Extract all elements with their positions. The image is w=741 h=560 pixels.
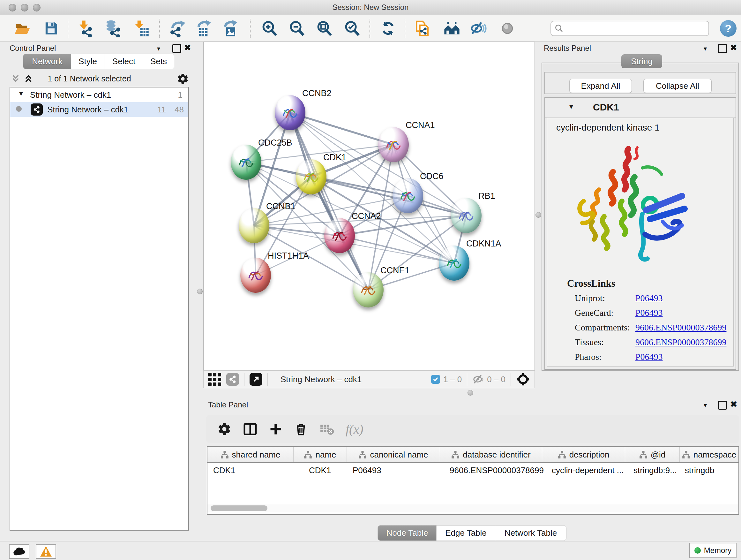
tab-node-table[interactable]: Node Table bbox=[378, 525, 437, 541]
export-network-icon[interactable] bbox=[169, 19, 186, 37]
birds-eye-view-icon[interactable] bbox=[516, 372, 530, 386]
selected-checkbox-icon[interactable] bbox=[431, 375, 440, 384]
network-node-CDK1[interactable] bbox=[296, 159, 327, 194]
gene-collapse-icon[interactable]: ▼ bbox=[568, 103, 575, 111]
string-badge-icon[interactable] bbox=[226, 373, 239, 386]
warnings-button[interactable] bbox=[36, 544, 56, 559]
network-canvas[interactable]: CCNB2CCNA1CDC25BCDK1CDC6RB1CCNB1CCNA2CDK… bbox=[203, 42, 535, 370]
network-row[interactable]: String Network – cdk1 11 48 bbox=[10, 102, 188, 117]
export-image-icon[interactable] bbox=[221, 19, 239, 37]
cell-database-identifier[interactable]: 9606.ENSP00000378699 bbox=[440, 463, 542, 478]
column-type-icon bbox=[639, 450, 648, 459]
scrollbar-thumb[interactable] bbox=[211, 505, 267, 511]
tab-sets[interactable]: Sets bbox=[143, 54, 174, 69]
show-panel-eye-icon[interactable] bbox=[498, 19, 516, 37]
cloud-status-button[interactable] bbox=[9, 544, 29, 559]
collapse-all-button[interactable]: Collapse All bbox=[643, 79, 712, 93]
import-database-icon[interactable] bbox=[104, 19, 122, 37]
column-header[interactable]: @id bbox=[625, 447, 680, 462]
table-panel-close-icon[interactable]: ✖ bbox=[730, 399, 737, 409]
network-node-CDC25B[interactable] bbox=[231, 145, 261, 180]
control-panel-float-icon[interactable] bbox=[172, 44, 181, 55]
search-field[interactable] bbox=[550, 21, 709, 36]
tab-select[interactable]: Select bbox=[104, 54, 144, 69]
network-node-CCNB2[interactable] bbox=[275, 95, 306, 130]
network-node-CCNE1[interactable] bbox=[353, 272, 384, 307]
toolbar-separator bbox=[405, 19, 405, 38]
column-type-icon bbox=[304, 450, 312, 459]
horizontal-splitter-handle[interactable] bbox=[468, 390, 473, 395]
protein-structure-thumbnail bbox=[246, 265, 266, 285]
results-tab-string[interactable]: String bbox=[621, 54, 662, 68]
crosslink-link[interactable]: P06493 bbox=[635, 308, 663, 318]
gene-section-header[interactable]: ▼ CDK1 bbox=[545, 98, 736, 118]
network-node-count: 11 bbox=[157, 105, 166, 115]
control-panel-menu-icon[interactable]: ▾ bbox=[157, 44, 160, 53]
zoom-out-icon[interactable] bbox=[288, 19, 306, 37]
collection-expand-icon[interactable]: ▼ bbox=[18, 90, 24, 98]
crosslink-link[interactable]: P06493 bbox=[635, 293, 663, 303]
zoom-fit-icon[interactable] bbox=[315, 19, 333, 37]
tab-network[interactable]: Network bbox=[23, 54, 71, 69]
column-header[interactable]: namespace bbox=[680, 447, 738, 462]
memory-button[interactable]: Memory bbox=[689, 543, 737, 558]
import-table-icon[interactable] bbox=[132, 19, 150, 37]
table-panel-float-icon[interactable] bbox=[718, 401, 727, 412]
crosslink-link[interactable]: P06493 bbox=[635, 352, 663, 362]
network-options-gear-icon[interactable] bbox=[177, 73, 189, 85]
left-splitter-handle[interactable] bbox=[197, 289, 203, 294]
column-header[interactable]: description bbox=[542, 447, 625, 462]
network-node-CCNA1[interactable] bbox=[378, 127, 409, 162]
crosslink-link[interactable]: 9606.ENSP00000378699 bbox=[635, 322, 726, 333]
expand-all-button[interactable]: Expand All bbox=[569, 79, 632, 93]
refresh-icon[interactable] bbox=[379, 19, 397, 37]
table-horizontal-scrollbar[interactable] bbox=[207, 504, 738, 512]
column-header[interactable]: database identifier bbox=[440, 447, 542, 462]
help-icon[interactable]: ? bbox=[720, 20, 737, 37]
network-node-CCNB1[interactable] bbox=[239, 208, 269, 243]
control-panel-close-icon[interactable]: ✖ bbox=[184, 43, 191, 53]
right-splitter-handle[interactable] bbox=[536, 212, 541, 218]
delete-column-icon[interactable] bbox=[294, 422, 308, 436]
column-header[interactable]: shared name bbox=[207, 447, 293, 462]
results-panel-menu-icon[interactable]: ▾ bbox=[704, 44, 707, 53]
zoom-selected-icon[interactable] bbox=[343, 19, 361, 37]
table-panel-menu-icon[interactable]: ▾ bbox=[704, 401, 707, 409]
network-node-CCNA2[interactable] bbox=[324, 218, 355, 253]
save-session-icon[interactable] bbox=[42, 19, 60, 37]
tab-edge-table[interactable]: Edge Table bbox=[436, 525, 495, 541]
cell-canonical-name[interactable]: P06493 bbox=[347, 463, 440, 478]
results-panel-close-icon[interactable]: ✖ bbox=[730, 43, 737, 53]
search-input[interactable] bbox=[564, 23, 705, 33]
tab-network-table[interactable]: Network Table bbox=[495, 525, 566, 541]
tab-style[interactable]: Style bbox=[71, 54, 105, 69]
cell-name[interactable]: CDK1 bbox=[293, 463, 347, 478]
cell-id[interactable]: stringdb:9... bbox=[625, 463, 680, 478]
column-header[interactable]: canonical name bbox=[347, 447, 440, 462]
network-collection-row[interactable]: ▼ String Network – cdk1 1 bbox=[10, 87, 188, 102]
table-row[interactable]: CDK1 CDK1 P06493 9606.ENSP00000378699 cy… bbox=[207, 463, 738, 478]
network-overview-icon[interactable] bbox=[443, 19, 461, 37]
open-in-window-icon[interactable] bbox=[250, 373, 262, 386]
hide-panel-eye-icon[interactable] bbox=[470, 19, 488, 37]
show-grid-icon[interactable] bbox=[208, 373, 221, 386]
cell-namespace[interactable]: stringdb bbox=[680, 463, 738, 478]
network-node-CDKN1A[interactable] bbox=[439, 246, 469, 281]
zoom-in-icon[interactable] bbox=[260, 19, 278, 37]
crosslink-link[interactable]: 9606.ENSP00000378699 bbox=[635, 337, 726, 348]
network-node-RB1[interactable] bbox=[451, 198, 482, 233]
clone-network-icon[interactable] bbox=[414, 19, 431, 37]
network-node-HIST1H1A[interactable] bbox=[240, 258, 271, 293]
add-column-icon[interactable] bbox=[269, 422, 282, 436]
cell-description[interactable]: cyclin-dependent ... bbox=[542, 463, 625, 478]
show-columns-icon[interactable] bbox=[243, 422, 258, 436]
import-network-icon[interactable] bbox=[76, 19, 94, 37]
results-panel-float-icon[interactable] bbox=[718, 44, 727, 55]
network-node-CDC6[interactable] bbox=[393, 178, 423, 213]
cell-shared-name[interactable]: CDK1 bbox=[207, 463, 293, 478]
open-file-icon[interactable] bbox=[13, 19, 31, 37]
export-table-icon[interactable] bbox=[195, 19, 212, 37]
column-header[interactable]: name bbox=[293, 447, 347, 462]
table-options-gear-icon[interactable] bbox=[217, 422, 231, 436]
warning-icon bbox=[40, 546, 52, 557]
